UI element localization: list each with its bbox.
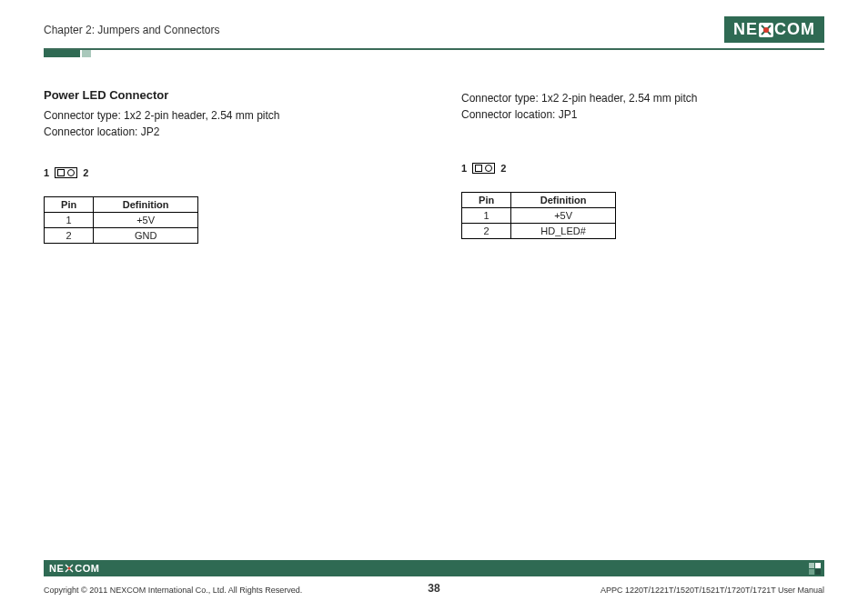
- pin-square-icon: [57, 169, 65, 176]
- pin-circle-icon: [485, 165, 492, 172]
- cell-def: +5V: [511, 208, 616, 224]
- pin-square-icon: [475, 165, 482, 172]
- pin-diagram-left: 1 2: [44, 167, 407, 178]
- connector-location-right: Connector location: JP1: [461, 106, 824, 123]
- cell-def: +5V: [94, 213, 198, 228]
- th-pin: Pin: [462, 193, 511, 208]
- pin-header-icon: [472, 163, 495, 174]
- cell-pin: 2: [45, 228, 94, 244]
- footer-bar: NE COM: [44, 560, 824, 576]
- connector-desc-left: Connector type: 1x2 2-pin header, 2.54 m…: [44, 107, 407, 140]
- header-row: Chapter 2: Jumpers and Connectors NE COM: [44, 16, 824, 50]
- nexcom-logo: NE COM: [724, 16, 824, 43]
- pin-label-2: 2: [83, 167, 88, 178]
- pin-label-1: 1: [461, 163, 467, 174]
- th-def: Definition: [511, 193, 616, 208]
- footer: NE COM Copyright © 2011 NEXCOM Internati…: [44, 560, 824, 595]
- connector-title-left: Power LED Connector: [44, 88, 407, 102]
- footer-x-icon: [65, 564, 74, 573]
- pin-table-right: Pin Definition 1 +5V 2 HD_LED#: [461, 192, 616, 239]
- th-pin: Pin: [45, 197, 94, 213]
- right-column: Connector type: 1x2 2-pin header, 2.54 m…: [461, 88, 824, 244]
- footer-logo-right: COM: [75, 563, 99, 574]
- copyright-text: Copyright © 2011 NEXCOM International Co…: [44, 586, 302, 595]
- chapter-title: Chapter 2: Jumpers and Connectors: [44, 24, 219, 36]
- logo-text-left: NE: [733, 20, 758, 39]
- pin-circle-icon: [67, 169, 75, 176]
- logo-x-icon: [759, 23, 773, 37]
- pin-diagram-right: 1 2: [461, 163, 824, 174]
- footer-logo: NE COM: [49, 563, 99, 574]
- connector-desc-right: Connector type: 1x2 2-pin header, 2.54 m…: [461, 90, 824, 123]
- connector-type-right: Connector type: 1x2 2-pin header, 2.54 m…: [461, 90, 824, 106]
- svg-point-4: [68, 567, 71, 570]
- logo-text-right: COM: [774, 20, 815, 39]
- page-number: 38: [428, 582, 439, 595]
- connector-type-left: Connector type: 1x2 2-pin header, 2.54 m…: [44, 107, 407, 124]
- table-row: 2 GND: [45, 228, 198, 244]
- connector-location-left: Connector location: JP2: [44, 124, 407, 140]
- footer-mark-icon: [809, 563, 821, 575]
- table-row: 1 +5V: [45, 213, 198, 228]
- pin-header-icon: [55, 167, 77, 178]
- cell-def: HD_LED#: [511, 224, 616, 239]
- pin-label-2: 2: [500, 163, 506, 174]
- footer-logo-left: NE: [49, 563, 64, 574]
- table-row: 1 +5V: [462, 208, 616, 224]
- cell-pin: 1: [462, 208, 511, 224]
- cell-pin: 2: [462, 224, 511, 239]
- left-column: Power LED Connector Connector type: 1x2 …: [44, 88, 407, 244]
- pin-label-1: 1: [44, 167, 49, 178]
- manual-name: APPC 1220T/1221T/1520T/1521T/1720T/1721T…: [601, 586, 824, 595]
- logo-dot-icon: [763, 27, 769, 33]
- accent-bar: [44, 50, 824, 57]
- pin-table-left: Pin Definition 1 +5V 2 GND: [44, 196, 198, 244]
- table-row: 2 HD_LED#: [462, 224, 616, 239]
- cell-pin: 1: [45, 213, 94, 228]
- footer-text-row: Copyright © 2011 NEXCOM International Co…: [44, 578, 824, 595]
- cell-def: GND: [94, 228, 198, 244]
- th-def: Definition: [94, 197, 198, 213]
